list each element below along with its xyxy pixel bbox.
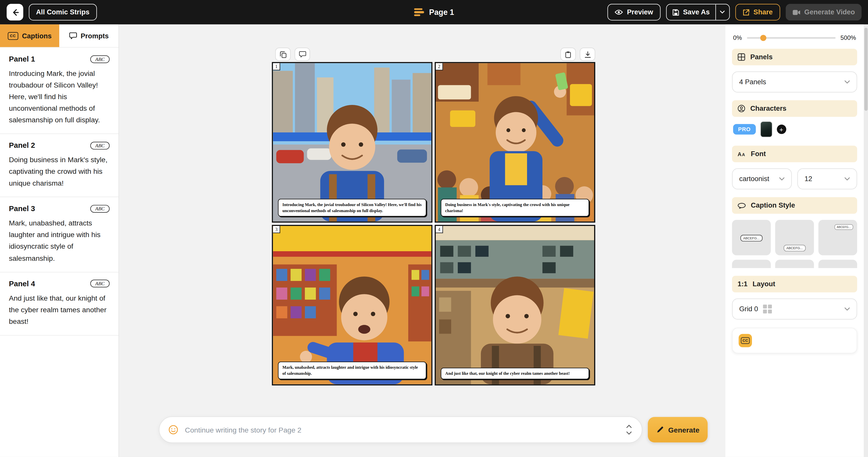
clipboard-icon <box>565 51 571 58</box>
settings-sidebar: 0% 500% Panels 4 Panels Characters <box>725 25 864 457</box>
layout-select[interactable]: Grid 0 <box>732 298 857 319</box>
character-avatar[interactable] <box>761 122 772 137</box>
save-as-button[interactable]: Save As <box>666 4 715 20</box>
caption-style-option-3[interactable]: ABCEFG... <box>818 220 857 255</box>
tab-prompts-label: Prompts <box>81 32 109 39</box>
chevron-down-icon <box>779 177 784 181</box>
characters-section-header: Characters <box>732 100 857 117</box>
panel-2-caption-box[interactable]: Doing business in Mark's style, captivat… <box>441 199 589 216</box>
grid-layout-icon <box>763 305 772 313</box>
font-size-select[interactable]: 12 <box>797 168 857 189</box>
tab-prompts[interactable]: Prompts <box>59 25 119 47</box>
svg-text:A: A <box>738 151 742 157</box>
caption-style-grid: ABCEFG... ABCEFG... ABCEFG... <box>732 220 857 268</box>
font-section-title: Font <box>751 150 766 158</box>
panel-4-caption-box[interactable]: And just like that, our knight of the cy… <box>441 368 589 379</box>
panel-2-caption-text[interactable]: Doing business in Mark's style, captivat… <box>9 154 110 189</box>
aspect-ratio-label: 1:1 <box>738 280 748 288</box>
caption-style-option-6[interactable] <box>818 260 857 268</box>
story-prompt-bar <box>159 417 642 443</box>
caption-style-option-5[interactable] <box>775 260 814 268</box>
font-family-select[interactable]: cartoonist <box>732 168 792 189</box>
comic-panel-1[interactable]: 1 Introducing Mark, the jovial troubadou… <box>272 62 433 223</box>
caption-block-panel-4: Panel 4 ABC And just like that, our knig… <box>9 279 110 335</box>
comic-page[interactable]: 1 Introducing Mark, the jovial troubadou… <box>272 62 595 385</box>
captions-toggle-card: CC <box>732 328 857 353</box>
pro-badge[interactable]: PRO <box>733 124 755 135</box>
comic-panel-4[interactable]: 4 And just like that, our knight of the … <box>435 225 595 385</box>
all-comic-strips-button[interactable]: All Comic Strips <box>29 4 97 21</box>
toggle-captions-button[interactable] <box>294 48 310 61</box>
panel-3-caption-text[interactable]: Mark, unabashed, attracts laughter and i… <box>9 217 110 264</box>
caption-style-sample: ABCEFG... <box>783 245 805 251</box>
prompt-history-steppers <box>624 423 634 436</box>
preview-button[interactable]: Preview <box>608 4 660 21</box>
back-button[interactable] <box>6 4 23 21</box>
download-icon <box>584 51 591 58</box>
caption-block-panel-1: Panel 1 ABC Introducing Mark, the jovial… <box>9 55 110 134</box>
save-as-label: Save As <box>683 8 710 16</box>
font-controls: cartoonist 12 <box>732 162 857 189</box>
share-external-icon <box>742 8 750 16</box>
pencil-icon <box>656 426 664 433</box>
panel-1-caption-box[interactable]: Introducing Mark, the jovial troubadour … <box>278 199 426 216</box>
app-viewport: All Comic Strips Page 1 Preview <box>0 0 868 457</box>
zoom-slider[interactable] <box>747 34 835 41</box>
arrow-left-icon <box>11 8 19 17</box>
all-comic-strips-label: All Comic Strips <box>36 8 90 16</box>
panel-3-style-badge[interactable]: ABC <box>90 205 110 213</box>
video-camera-icon <box>792 9 800 15</box>
generate-video-button[interactable]: Generate Video <box>785 4 862 21</box>
panel-1-style-badge[interactable]: ABC <box>90 55 110 63</box>
generate-button[interactable]: Generate <box>648 417 708 443</box>
page-menu-icon[interactable] <box>414 8 424 16</box>
page-scrollbar[interactable] <box>864 25 868 457</box>
divider <box>0 197 119 197</box>
add-character-button[interactable]: + <box>777 125 786 134</box>
caption-style-section-header: Caption Style <box>732 197 857 214</box>
panel-3-caption-box[interactable]: Mark, unabashed, attracts laughter and i… <box>278 362 426 379</box>
divider <box>0 272 119 272</box>
share-button[interactable]: Share <box>735 4 780 21</box>
zoom-slider-thumb[interactable] <box>760 35 766 41</box>
share-label: Share <box>753 8 773 16</box>
prompt-history-down-button[interactable] <box>624 430 634 436</box>
panel-4-number: 4 <box>436 226 443 233</box>
top-bar: All Comic Strips Page 1 Preview <box>0 0 868 25</box>
speech-bubble-icon <box>69 32 77 39</box>
sidebar-tabs: CC Captions Prompts <box>0 25 119 48</box>
caption-style-sample: ABCEFG... <box>740 235 762 242</box>
panel-2-style-badge[interactable]: ABC <box>90 142 110 150</box>
eye-icon <box>615 9 623 16</box>
panel-2-number: 2 <box>436 63 443 70</box>
tab-captions[interactable]: CC Captions <box>0 25 59 47</box>
smiley-icon <box>168 425 178 435</box>
caption-style-sample: ABCEFG... <box>835 224 854 230</box>
download-page-button[interactable] <box>580 48 595 61</box>
comic-panel-3[interactable]: 3 Mark, unabashed, attracts laughter and… <box>272 225 433 385</box>
app-stage: All Comic Strips Page 1 Preview <box>0 0 868 457</box>
scrollbar-thumb[interactable] <box>864 28 868 111</box>
comic-panel-2[interactable]: 2 Doing business in Mark's style, captiv… <box>435 62 595 223</box>
panel-4-caption-text[interactable]: And just like that, our knight of the cy… <box>9 292 110 327</box>
panel-1-caption-text[interactable]: Introducing Mark, the jovial troubadour … <box>9 68 110 126</box>
caption-style-option-2[interactable]: ABCEFG... <box>775 220 814 255</box>
font-section-header: AA Font <box>732 146 857 162</box>
paste-template-button[interactable] <box>560 48 576 61</box>
save-as-dropdown-button[interactable] <box>715 4 729 20</box>
panel-1-title: Panel 1 <box>9 55 35 63</box>
panel-count-select[interactable]: 4 Panels <box>732 71 857 92</box>
story-prompt-input[interactable] <box>184 425 624 434</box>
caption-style-section-title: Caption Style <box>751 202 795 209</box>
topbar-right-group: Preview Save As <box>608 4 862 21</box>
caption-style-option-1[interactable]: ABCEFG... <box>732 220 771 255</box>
caption-style-option-4[interactable] <box>732 260 771 268</box>
divider <box>0 335 119 335</box>
chevron-down-icon <box>844 177 850 181</box>
captions-toggle-button[interactable]: CC <box>739 334 752 347</box>
layout-section-header: 1:1 Layout <box>732 276 857 292</box>
copy-icon <box>279 51 287 58</box>
copy-page-button[interactable] <box>275 48 290 61</box>
prompt-history-up-button[interactable] <box>624 423 634 429</box>
panel-4-style-badge[interactable]: ABC <box>90 280 110 287</box>
